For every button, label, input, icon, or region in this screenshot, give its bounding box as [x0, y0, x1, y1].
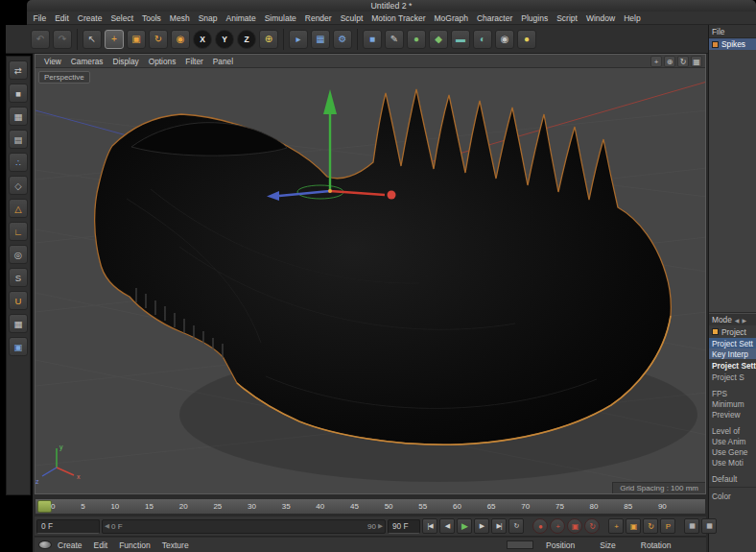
play-button[interactable]: ▶	[457, 518, 472, 534]
attribute-mode-menu[interactable]: Mode	[712, 315, 732, 324]
keyframe-scale-toggle[interactable]: ▣	[626, 518, 641, 534]
menu-help[interactable]: Help	[620, 13, 645, 23]
object-list-item-spikes[interactable]: Spikes	[709, 38, 756, 50]
redo-button[interactable]: ↷	[53, 30, 72, 49]
toggle-views-icon[interactable]: ▦	[691, 56, 702, 67]
object-manager-file-menu[interactable]: File	[712, 27, 724, 36]
viewport-menu-panel[interactable]: Panel	[208, 57, 238, 66]
tab-key-interpolation[interactable]: Key Interp	[709, 348, 756, 359]
title-bar[interactable]: Untitled 2 *	[27, 0, 756, 12]
render-picture-viewer-button[interactable]: ▦	[311, 30, 330, 49]
rotate-view-icon[interactable]: ↻	[677, 56, 689, 67]
pan-view-icon[interactable]: +	[650, 56, 662, 67]
keyframe-position-toggle[interactable]: +	[608, 518, 624, 534]
menu-file[interactable]: File	[29, 13, 51, 23]
am-history-forward-icon[interactable]: ▶	[739, 317, 746, 324]
menu-snap[interactable]: Snap	[194, 13, 222, 23]
pen-spline-button[interactable]: ✎	[385, 30, 404, 49]
lock-y-axis-button[interactable]: Y	[215, 30, 234, 49]
record-keyframe-button[interactable]: ●	[532, 518, 548, 534]
object-manager-area[interactable]	[709, 50, 756, 313]
menu-animate[interactable]: Animate	[222, 13, 260, 23]
model-mode-icon[interactable]: ■	[9, 84, 28, 103]
polygons-mode-icon[interactable]: △	[9, 199, 28, 218]
menu-character[interactable]: Character	[472, 13, 516, 23]
materials-menu-texture[interactable]: Texture	[156, 540, 195, 550]
rotate-tool-button[interactable]: ↻	[149, 30, 168, 49]
preview-range-slider[interactable]: ◀ 0 F 90 ▶	[102, 519, 386, 534]
record-scale-toggle[interactable]: ▣	[567, 518, 582, 534]
viewport-menu-cameras[interactable]: Cameras	[66, 57, 108, 66]
keyframe-rotation-toggle[interactable]: ↻	[643, 518, 658, 534]
current-frame-field[interactable]: 0 F	[36, 519, 100, 534]
menu-plugins[interactable]: Plugins	[517, 13, 553, 23]
enable-snap-icon[interactable]: U	[9, 291, 28, 310]
animation-layout-button[interactable]: ▦	[701, 518, 717, 534]
goto-end-button[interactable]: ▶|	[491, 518, 507, 534]
record-position-toggle[interactable]: +	[550, 518, 565, 534]
menu-sculpt[interactable]: Sculpt	[336, 13, 367, 23]
render-settings-button[interactable]: ⚙	[333, 30, 352, 49]
render-view-button[interactable]: ▸	[289, 30, 308, 49]
tab-project-settings[interactable]: Project Sett	[709, 338, 756, 348]
lock-z-axis-button[interactable]: Z	[237, 30, 256, 49]
next-frame-button[interactable]: ▶	[474, 518, 489, 534]
move-tool-button[interactable]: +	[105, 30, 124, 49]
loop-playback-button[interactable]: ↻	[508, 518, 524, 534]
light-object-button[interactable]: ●	[517, 30, 536, 49]
menu-mograph[interactable]: MoGraph	[430, 13, 472, 23]
undo-button[interactable]: ↶	[31, 30, 50, 49]
last-tool-button[interactable]: ◉	[171, 30, 190, 49]
viewport-menu-view[interactable]: View	[39, 57, 66, 66]
menu-mesh[interactable]: Mesh	[165, 13, 194, 23]
make-editable-icon[interactable]: ⇄	[9, 60, 28, 80]
workplane-mode-icon[interactable]: ▤	[9, 130, 28, 149]
materials-menu-function[interactable]: Function	[113, 540, 156, 550]
lock-x-axis-button[interactable]: X	[193, 30, 212, 49]
previous-frame-button[interactable]: ◀	[439, 518, 455, 534]
am-history-back-icon[interactable]: ◀	[732, 317, 740, 324]
points-mode-icon[interactable]: ∴	[9, 153, 28, 172]
live-selection-button[interactable]: ↖	[83, 30, 102, 49]
viewport-canvas[interactable]: y x z	[35, 55, 706, 494]
slider-right-arrow-icon[interactable]: ▶	[376, 522, 385, 530]
slider-left-arrow-icon[interactable]: ◀	[103, 522, 111, 530]
gizmo-center[interactable]	[328, 189, 332, 193]
lock-workplane-icon[interactable]: ▣	[9, 337, 28, 356]
menu-simulate[interactable]: Simulate	[260, 13, 300, 23]
coordinate-system-button[interactable]: ⊕	[259, 30, 278, 49]
goto-start-button[interactable]: |◀	[422, 518, 437, 534]
menu-render[interactable]: Render	[300, 13, 336, 23]
gizmo-x-tip[interactable]	[388, 191, 396, 200]
viewport-menu-options[interactable]: Options	[144, 57, 181, 66]
keyframe-parameter-toggle[interactable]: P	[660, 518, 675, 534]
animation-palette-button[interactable]: ▦	[684, 518, 699, 534]
camera-object-button[interactable]: ◉	[495, 30, 514, 49]
primitive-cube-button[interactable]: ■	[363, 30, 382, 49]
end-frame-field[interactable]: 90 F	[388, 519, 420, 534]
edges-mode-icon[interactable]: ◇	[9, 176, 28, 195]
workplane-snap-icon[interactable]: ▦	[9, 314, 28, 333]
menu-window[interactable]: Window	[581, 13, 619, 23]
menu-create[interactable]: Create	[73, 13, 106, 23]
texture-mode-icon[interactable]: ▦	[9, 107, 28, 126]
timeline-ruler[interactable]: 0 5 10 15 20 25 30 35 40 45 50 55 60 65 …	[35, 498, 706, 515]
menu-select[interactable]: Select	[106, 13, 138, 23]
viewport-menu-display[interactable]: Display	[108, 57, 144, 66]
menu-tools[interactable]: Tools	[138, 13, 166, 23]
array-generator-button[interactable]: ◆	[429, 30, 448, 49]
viewport-menu-filter[interactable]: Filter	[180, 57, 207, 66]
dolly-view-icon[interactable]: ⊕	[664, 56, 675, 67]
tweak-mode-icon[interactable]: ◎	[9, 245, 28, 264]
environment-button[interactable]: ◐	[473, 30, 492, 49]
current-frame-marker[interactable]	[37, 500, 52, 513]
axis-mode-icon[interactable]: ∟	[9, 222, 28, 241]
viewport[interactable]: y x z View Cameras Display Options Filte…	[35, 54, 706, 494]
record-rotation-toggle[interactable]: ↻	[584, 518, 600, 534]
materials-menu-create[interactable]: Create	[52, 540, 88, 550]
viewport-solo-icon[interactable]: S	[9, 268, 28, 287]
floor-object-button[interactable]: ▬	[451, 30, 470, 49]
scale-tool-button[interactable]: ▣	[127, 30, 146, 49]
subdivision-surface-button[interactable]: ●	[407, 30, 426, 49]
menu-motion-tracker[interactable]: Motion Tracker	[367, 13, 430, 23]
